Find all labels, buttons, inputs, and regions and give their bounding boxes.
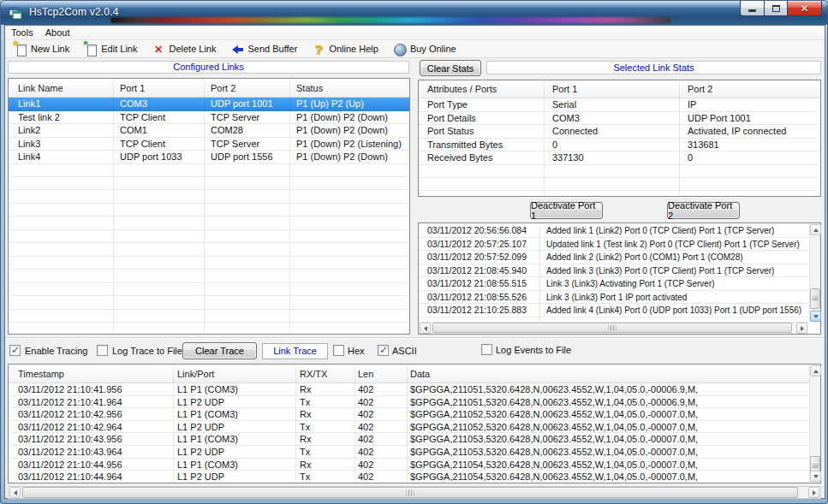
maximize-button[interactable] [764,1,788,16]
configured-links-title: Configured Links [8,61,409,74]
scroll-right-button[interactable] [796,323,807,334]
toolbar-button[interactable]: Online Help [310,41,379,57]
enable-tracing-checkbox[interactable] [9,345,21,356]
event-row[interactable]: 03/11/2012 20:57:25.107 Updated link 1 (… [419,238,808,252]
cell-rxtx: Rx [295,433,354,445]
trace-row[interactable]: 03/11/2012 21:10:44.956 L1 P1 (COM3) Rx … [9,459,809,471]
scroll-left-button[interactable] [9,487,21,498]
column-header-link-port[interactable]: Link/Port [173,369,295,379]
clear-trace-button[interactable]: Clear Trace [182,342,257,359]
deactivate-port2-button[interactable]: Deactivate Port 2 [667,202,740,219]
clear-stats-button[interactable]: Clear Stats [420,60,481,76]
cell-timestamp: 03/11/2012 21:10:41.956 [9,383,173,395]
cell-link-port: L1 P2 UDP [173,446,295,458]
hex-label: Hex [348,345,365,357]
log-events-to-file-checkbox[interactable] [481,344,492,355]
minimize-button[interactable] [740,1,764,16]
trace-row[interactable]: 03/11/2012 21:10:42.956 L1 P1 (COM3) Rx … [9,408,809,421]
scrollbar-grip-icon [813,297,819,301]
scrollbar-thumb[interactable] [22,487,798,498]
toolbar-button[interactable]: Delete Link [150,41,217,57]
toolbar-button-label: Buy Online [410,44,456,54]
event-log-horizontal-scrollbar[interactable] [419,322,808,334]
cell-link-port: L1 P2 UDP [173,421,295,433]
column-header-port1[interactable]: Port 1 [544,84,679,94]
trace-row[interactable]: 03/11/2012 21:10:43.964 L1 P2 UDP Tx 402… [9,446,809,459]
link-stats-header-row: Attributes / Ports Port 1 Port 2 [419,80,820,98]
scroll-down-button[interactable] [810,311,821,322]
deactivate-port1-button[interactable]: Deactivate Port 1 [530,202,603,219]
trace-row[interactable]: 03/11/2012 21:10:41.964 L1 P2 UDP Tx 402… [9,396,809,409]
column-header-port2[interactable]: Port 2 [679,84,820,94]
link-row[interactable]: Link3 TCP Client TCP Server P1 (Down) P2… [9,138,409,151]
stats-row[interactable]: Port Details COM3 UDP Port 1001 [419,112,820,126]
column-header-port1[interactable]: Port 1 [113,83,204,93]
column-header-link-name[interactable]: Link Name [9,83,113,93]
link-row[interactable]: Link4 UDP port 1033 UDP port 1556 P1 (Do… [9,151,409,164]
event-row[interactable]: 03/11/2012 21:08:55.526 Link 3 (Link3) P… [419,291,808,305]
toolbar: New Link Edit Link Delete Link Send Buff… [5,40,825,58]
trace-row[interactable]: 03/11/2012 21:10:41.956 L1 P1 (COM3) Rx … [9,383,809,396]
toolbar-button[interactable]: Buy Online [391,41,458,57]
trace-horizontal-scrollbar[interactable] [8,486,821,499]
scroll-down-button[interactable] [810,471,821,482]
scroll-right-button[interactable] [808,487,819,498]
trace-row[interactable]: 03/11/2012 21:10:43.956 L1 P1 (COM3) Rx … [9,433,809,446]
buy-online-icon [393,43,407,56]
event-row[interactable]: 03/11/2012 20:56:56.084 Added link 1 (Li… [419,224,808,238]
column-header-rxtx[interactable]: RX/TX [295,369,354,379]
toolbar-button[interactable]: Send Buffer [229,41,300,57]
link-row[interactable]: Test link 2 TCP Client TCP Server P1 (Do… [9,111,409,125]
cell-port2: TCP Server [204,138,289,151]
column-header-timestamp[interactable]: Timestamp [9,369,173,379]
stats-row[interactable]: Received Bytes 337130 0 [419,151,820,165]
cell-data: $GPGGA,211053,5320.6428,N,00623.4552,W,1… [407,446,809,458]
column-header-attributes[interactable]: Attributes / Ports [419,84,544,94]
cell-port1-value: Serial [544,98,679,111]
trace-header-row: Timestamp Link/Port RX/TX Len Data [9,365,820,383]
cell-timestamp: 03/11/2012 21:10:42.956 [9,408,173,420]
scrollbar-thumb[interactable] [432,323,792,333]
stats-row[interactable]: Port Type Serial IP [419,98,820,112]
trace-row[interactable]: 03/11/2012 21:10:44.964 L1 P2 UDP Tx 402… [9,471,809,483]
column-header-status[interactable]: Status [289,83,409,93]
titlebar[interactable]: HsTcp2Com v2.0.4 ✕ [1,1,827,25]
close-button[interactable]: ✕ [788,1,822,16]
column-header-len[interactable]: Len [354,369,407,379]
trace-row[interactable]: 03/11/2012 21:10:42.964 L1 P2 UDP Tx 402… [9,421,809,434]
cell-event-message: Updated link 1 (Test link 2) Port 0 (TCP… [539,238,808,251]
event-row[interactable]: 03/11/2012 20:57:52.099 Added link 2 (Li… [419,251,808,264]
stats-row[interactable]: Port Status Connected Activated, IP conn… [419,125,820,139]
trace-vertical-scrollbar[interactable] [809,365,820,482]
cell-link-port: L1 P2 UDP [173,471,295,483]
toolbar-button-label: Delete Link [169,44,216,54]
event-log-vertical-scrollbar[interactable] [809,224,820,322]
toolbar-button-label: Edit Link [101,44,137,54]
cell-port2: UDP port 1001 [204,98,289,110]
menu-item[interactable]: Tools [5,27,39,39]
event-row[interactable]: 03/11/2012 21:08:55.515 Link 3 (Link3) A… [419,277,808,291]
cell-link-port: L1 P1 (COM3) [173,459,295,471]
log-trace-to-file-checkbox[interactable] [97,345,108,356]
scroll-up-button[interactable] [810,224,821,235]
menu-item[interactable]: About [39,27,76,39]
cell-event-message: Added link 4 (Link4) Port 0 (UDP port 10… [539,304,808,317]
link-row[interactable]: Link2 COM1 COM28 P1 (Down) P2 (Down) [9,124,409,138]
scroll-up-button[interactable] [810,365,821,377]
cell-event-time: 03/11/2012 21:08:55.526 [419,291,539,304]
column-header-data[interactable]: Data [407,369,820,379]
toolbar-button-label: Send Buffer [248,44,298,54]
event-row[interactable]: 03/11/2012 21:10:25.883 Added link 4 (Li… [419,304,808,317]
event-row[interactable]: 03/11/2012 21:08:45.940 Added link 3 (Li… [419,264,808,278]
hex-checkbox[interactable] [333,345,344,356]
scroll-left-button[interactable] [420,323,431,334]
stats-row[interactable]: Transmitted Bytes 0 313681 [419,139,820,152]
cell-link-port: L1 P1 (COM3) [173,433,295,445]
column-header-port2[interactable]: Port 2 [204,83,289,93]
toolbar-button[interactable]: Edit Link [82,41,139,57]
cell-attribute: Transmitted Bytes [419,139,544,151]
link-row[interactable]: Link1 COM3 UDP port 1001 P1 (Up) P2 (Up) [9,98,409,111]
ascii-checkbox[interactable] [378,345,389,356]
scrollbar-thumb[interactable] [810,288,820,309]
toolbar-button[interactable]: New Link [12,41,71,57]
